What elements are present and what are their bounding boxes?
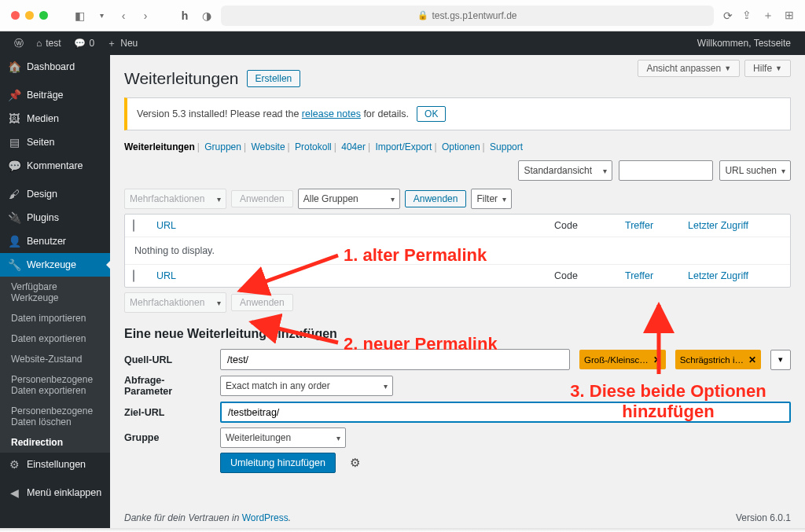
menu-comments[interactable]: 💬Kommentare <box>0 154 110 178</box>
maximize-window[interactable] <box>39 11 48 20</box>
chevron-down-icon[interactable]: ▾ <box>94 11 109 20</box>
wordpress-link[interactable]: WordPress <box>242 512 289 523</box>
back-icon[interactable]: ‹ <box>116 9 131 22</box>
menu-posts[interactable]: 📌Beiträge <box>0 83 110 107</box>
notice-text: Version 5.3 installed! Please read the r… <box>137 108 409 119</box>
pages-icon: ▤ <box>8 136 20 149</box>
group-filter-select[interactable]: Alle Gruppen▾ <box>298 189 400 209</box>
redirects-table: URL Code Treffer Letzter Zugriff Nothing… <box>124 214 791 288</box>
menu-collapse[interactable]: ◀Menü einklappen <box>0 481 110 504</box>
sub-import[interactable]: Daten importieren <box>0 308 110 328</box>
subnav-log[interactable]: Protokoll <box>295 141 332 152</box>
sub-erase-personal[interactable]: Personenbezogene Daten löschen <box>0 401 110 432</box>
settings-icon: ⚙ <box>8 458 20 471</box>
select-all-checkbox-foot[interactable] <box>133 270 134 282</box>
comments-count[interactable]: 💬0 <box>68 38 101 49</box>
remove-tag-icon[interactable]: ✕ <box>653 354 661 365</box>
bulk-apply-button[interactable]: Anwenden <box>231 190 293 207</box>
menu-settings[interactable]: ⚙Einstellungen <box>0 453 110 476</box>
url-bar[interactable]: 🔒 test.gs.p1entwurf.de <box>221 6 714 26</box>
menu-media[interactable]: 🖼Medien <box>0 107 110 130</box>
query-param-select[interactable]: Exact match in any order▾ <box>220 376 393 396</box>
shield-icon[interactable]: ◑ <box>199 9 215 22</box>
add-redirect-heading: Eine neue Weiterleitung hinzufügen <box>124 327 791 341</box>
sub-redirection[interactable]: Redirection <box>0 432 110 453</box>
help-button[interactable]: Hilfe▼ <box>744 60 791 77</box>
subnav-redirects[interactable]: Weiterleitungen <box>124 141 195 152</box>
release-notes-link[interactable]: release notes <box>302 108 361 119</box>
select-all-checkbox[interactable] <box>133 219 134 232</box>
new-content[interactable]: ＋Neu <box>101 37 144 50</box>
group-label: Gruppe <box>124 432 211 443</box>
view-mode-select[interactable]: Standardansicht▾ <box>518 160 612 181</box>
subnav-site[interactable]: Website <box>251 141 285 152</box>
col-url[interactable]: URL <box>156 220 554 231</box>
sub-available-tools[interactable]: Verfügbare Werkzeuge <box>0 277 110 308</box>
screen-options-button[interactable]: Ansicht anpassen▼ <box>638 60 740 77</box>
target-url-input[interactable] <box>220 402 791 423</box>
filter-select[interactable]: Filter▾ <box>471 189 512 209</box>
minimize-window[interactable] <box>25 11 34 20</box>
subnav-groups[interactable]: Gruppen <box>204 141 241 152</box>
subnav-options[interactable]: Optionen <box>442 141 480 152</box>
bulk-actions-select[interactable]: Mehrfachaktionen▾ <box>124 189 226 209</box>
wp-logo[interactable]: ⓦ <box>8 37 30 50</box>
search-input[interactable] <box>619 160 713 181</box>
sub-site-health[interactable]: Website-Zustand <box>0 349 110 369</box>
gear-icon[interactable]: ⚙ <box>350 456 360 470</box>
menu-plugins[interactable]: 🔌Plugins <box>0 206 110 229</box>
share-icon[interactable]: ⇪ <box>742 9 752 23</box>
search-type-select[interactable]: URL suchen▾ <box>719 160 791 181</box>
honey-icon[interactable]: h <box>177 9 193 22</box>
wrench-icon: 🔧 <box>8 259 20 271</box>
collapse-icon: ◀ <box>8 486 20 499</box>
wp-admin-bar: ⓦ ⌂test 💬0 ＋Neu Willkommen, Testseite <box>0 31 805 55</box>
new-tab-icon[interactable]: ＋ <box>763 9 774 23</box>
menu-dashboard[interactable]: 🏠Dashboard <box>0 55 110 79</box>
menu-tools[interactable]: 🔧Werkzeuge <box>0 253 110 277</box>
group-select[interactable]: Weiterleitungen▾ <box>220 427 346 448</box>
col-code: Code <box>554 220 625 231</box>
greeting[interactable]: Willkommen, Testseite <box>691 38 797 49</box>
add-redirect-button[interactable]: Umleitung hinzufügen <box>220 453 336 473</box>
create-button[interactable]: Erstellen <box>247 70 301 87</box>
subnav-404[interactable]: 404er <box>341 141 366 152</box>
subnav-support[interactable]: Support <box>490 141 523 152</box>
subnav-import[interactable]: Import/Export <box>375 141 432 152</box>
menu-pages[interactable]: ▤Seiten <box>0 130 110 154</box>
plugin-icon: 🔌 <box>8 211 20 224</box>
target-url-label: Ziel-URL <box>124 407 211 418</box>
tabs-icon[interactable]: ⊞ <box>785 9 794 23</box>
media-icon: 🖼 <box>8 112 20 125</box>
browser-chrome: ◧ ▾ ‹ › h ◑ 🔒 test.gs.p1entwurf.de ⟳ ⇪ ＋… <box>0 0 805 31</box>
sidebar-toggle-icon[interactable]: ◧ <box>72 9 87 22</box>
source-url-input[interactable] <box>220 349 570 370</box>
menu-appearance[interactable]: 🖌Design <box>0 182 110 206</box>
col-last[interactable]: Letzter Zugriff <box>688 220 782 231</box>
version-text: Version 6.0.1 <box>736 512 791 523</box>
sub-export[interactable]: Daten exportieren <box>0 328 110 349</box>
bulk-actions-select-bottom[interactable]: Mehrfachaktionen▾ <box>124 292 226 313</box>
col-hits[interactable]: Treffer <box>625 220 688 231</box>
admin-sidebar: 🏠Dashboard 📌Beiträge 🖼Medien ▤Seiten 💬Ko… <box>0 55 110 528</box>
remove-tag-icon[interactable]: ✕ <box>748 354 756 365</box>
source-options-toggle[interactable]: ▾ <box>770 350 791 370</box>
close-window[interactable] <box>11 11 20 20</box>
source-url-label: Quell-URL <box>124 354 211 365</box>
site-name[interactable]: ⌂test <box>30 38 68 49</box>
group-apply-button[interactable]: Anwenden <box>405 190 467 207</box>
content-area: Ansicht anpassen▼ Hilfe▼ Weiterleitungen… <box>110 55 805 528</box>
empty-row: Nothing to display. <box>125 237 790 265</box>
pin-icon: 📌 <box>8 89 20 101</box>
menu-users[interactable]: 👤Benutzer <box>0 229 110 253</box>
update-notice: Version 5.3 installed! Please read the r… <box>124 97 791 130</box>
forward-icon[interactable]: › <box>138 9 153 22</box>
option-tag-slash[interactable]: Schrägstrich i…✕ <box>675 350 761 369</box>
sub-export-personal[interactable]: Personenbezogene Daten exportieren <box>0 369 110 401</box>
brush-icon: 🖌 <box>8 188 20 200</box>
option-tag-case[interactable]: Groß-/Kleinsc…✕ <box>579 350 666 369</box>
notice-ok-button[interactable]: OK <box>417 106 446 122</box>
url-text: test.gs.p1entwurf.de <box>432 10 516 21</box>
refresh-icon[interactable]: ⟳ <box>720 9 736 22</box>
bulk-apply-button-bottom[interactable]: Anwenden <box>231 294 293 311</box>
